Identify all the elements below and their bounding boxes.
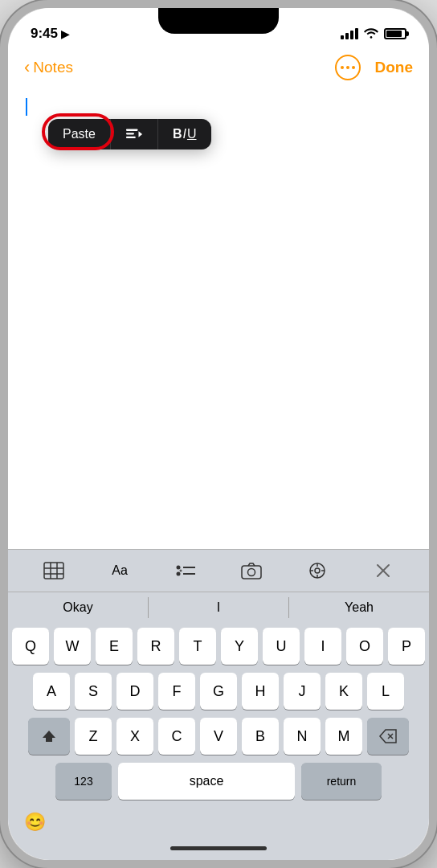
svg-marker-3 [138,131,142,137]
key-k[interactable]: K [325,673,362,710]
signal-icon [341,28,358,39]
camera-toolbar-button[interactable] [235,556,268,585]
notch [158,8,279,34]
keyboard: Q W E R T Y U I O P A S D F G H J K [8,623,429,811]
format-arrow-button[interactable] [111,119,158,149]
key-d[interactable]: D [116,673,153,710]
home-indicator [170,846,267,850]
keyboard-row-4: 123 space return [11,763,426,800]
more-options-button[interactable] [335,55,361,80]
biu-button[interactable]: B I U [158,119,211,149]
key-s[interactable]: S [75,673,112,710]
key-j[interactable]: J [284,673,321,710]
svg-rect-0 [126,129,138,131]
return-key[interactable]: return [301,763,382,800]
dot2 [346,66,349,69]
status-icons [341,27,406,41]
key-h[interactable]: H [242,673,279,710]
key-a[interactable]: A [33,673,70,710]
battery-icon [384,28,406,39]
key-i[interactable]: I [304,628,341,665]
text-format-toolbar-button[interactable]: Aa [104,556,136,585]
keyboard-row-1: Q W E R T Y U I O P [11,628,426,665]
numbers-key[interactable]: 123 [55,763,112,800]
key-f[interactable]: F [158,673,195,710]
keyboard-row-2: A S D F G H J K L [11,673,426,710]
dot1 [341,66,344,69]
key-c[interactable]: C [158,718,195,755]
svg-rect-15 [242,566,261,579]
key-y[interactable]: Y [221,628,258,665]
location-icon: ▶ [61,28,69,40]
bottom-bar: 😊 [8,811,429,840]
table-toolbar-button[interactable] [38,556,70,585]
context-menu: Paste B I U [48,119,211,149]
delete-key[interactable] [367,718,409,755]
key-p[interactable]: P [388,628,425,665]
key-b[interactable]: B [242,718,279,755]
svg-rect-1 [126,133,134,134]
key-e[interactable]: E [96,628,133,665]
back-label: Notes [33,59,73,76]
back-chevron-icon: ‹ [24,59,30,76]
svg-point-11 [177,572,181,576]
shift-key[interactable] [28,718,70,755]
key-l[interactable]: L [367,673,404,710]
close-toolbar-button[interactable] [367,556,399,585]
key-x[interactable]: X [116,718,153,755]
key-z[interactable]: Z [75,718,112,755]
wifi-icon [364,27,378,41]
svg-point-18 [315,568,320,573]
key-m[interactable]: M [325,718,362,755]
key-t[interactable]: T [179,628,216,665]
status-time: 9:45 ▶ [31,26,69,42]
dot3 [352,66,355,69]
svg-point-16 [248,569,255,576]
svg-marker-25 [43,731,55,742]
svg-rect-4 [44,563,63,579]
keyboard-toolbar: Aa [8,549,429,592]
key-v[interactable]: V [200,718,237,755]
text-input-area[interactable] [24,95,413,119]
nav-bar: ‹ Notes Done [8,48,429,87]
list-toolbar-button[interactable] [169,556,202,585]
key-w[interactable]: W [54,628,91,665]
paste-button[interactable]: Paste [48,119,111,149]
key-n[interactable]: N [284,718,321,755]
key-u[interactable]: U [263,628,300,665]
svg-rect-2 [126,137,136,138]
autocomplete-i[interactable]: I [149,597,289,618]
key-g[interactable]: G [200,673,237,710]
phone-frame: 9:45 ▶ [0,0,437,868]
key-o[interactable]: O [346,628,383,665]
autocomplete-okay[interactable]: Okay [8,597,149,618]
emoji-button[interactable]: 😊 [24,812,46,833]
content-area[interactable]: Paste B I U [8,87,429,549]
svg-point-9 [177,566,181,570]
autocomplete-yeah[interactable]: Yeah [289,597,429,618]
space-key[interactable]: space [118,763,295,800]
home-indicator-area [8,840,429,860]
text-cursor [26,98,27,116]
key-q[interactable]: Q [12,628,49,665]
autocomplete-bar: Okay I Yeah [8,592,429,623]
time-display: 9:45 [31,26,58,42]
nav-right: Done [335,55,414,80]
phone-screen: 9:45 ▶ [8,8,429,860]
done-button[interactable]: Done [375,59,414,76]
back-button[interactable]: ‹ Notes [24,59,73,76]
location-toolbar-button[interactable] [301,556,333,585]
key-r[interactable]: R [137,628,174,665]
keyboard-row-3: Z X C V B N M [11,718,426,755]
svg-point-13 [180,570,182,572]
